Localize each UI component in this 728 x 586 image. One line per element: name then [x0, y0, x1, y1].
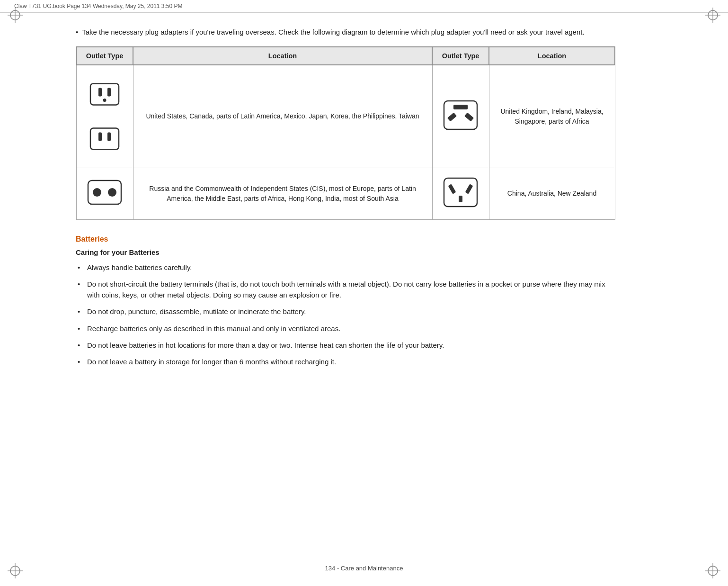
svg-rect-29	[459, 196, 462, 202]
outlet-icon-type-c	[86, 178, 124, 207]
battery-bullet-1: Always handle batteries carefully.	[76, 262, 615, 273]
header-bar: Claw T731 UG.book Page 134 Wednesday, Ma…	[0, 0, 728, 13]
table-row-1: United States, Canada, parts of Latin Am…	[76, 65, 615, 168]
page-container: Claw T731 UG.book Page 134 Wednesday, Ma…	[0, 0, 728, 586]
outlet-type-g-cell	[432, 65, 489, 168]
outlet-icon-type-a-bottom	[88, 117, 121, 160]
svg-rect-18	[107, 132, 111, 141]
svg-point-24	[93, 188, 101, 197]
svg-rect-13	[98, 88, 102, 96]
battery-bullet-4: Recharge batteries only as described in …	[76, 323, 615, 334]
batteries-heading: Batteries	[76, 235, 615, 243]
svg-rect-17	[98, 132, 102, 141]
location-4-cell: China, Australia, New Zealand	[489, 168, 615, 219]
location-3-cell: Russia and the Commonwealth of Independe…	[133, 168, 432, 219]
svg-point-25	[108, 188, 116, 197]
batteries-section: Batteries Caring for your Batteries Alwa…	[76, 235, 615, 368]
header-text: Claw T731 UG.book Page 134 Wednesday, Ma…	[14, 3, 183, 9]
svg-rect-16	[90, 128, 119, 149]
outlet-icon-type-a-top	[88, 73, 121, 116]
location-1-cell: United States, Canada, parts of Latin Am…	[133, 65, 432, 168]
crosshair-tl	[7, 7, 24, 24]
battery-bullet-6: Do not leave a battery in storage for lo…	[76, 356, 615, 367]
caring-subheading: Caring for your Batteries	[76, 248, 615, 256]
outlet-type-i-cell	[432, 168, 489, 219]
col-header-location-1: Location	[133, 47, 432, 65]
outlet-type-a-cell	[76, 65, 133, 168]
svg-point-15	[103, 99, 107, 102]
outlet-type-a-stack	[85, 73, 124, 160]
location-2-cell: United Kingdom, Ireland, Malaysia, Singa…	[489, 65, 615, 168]
svg-rect-22	[464, 112, 474, 121]
battery-bullet-5: Do not leave batteries in hot locations …	[76, 340, 615, 351]
outlet-type-c-cell	[76, 168, 133, 219]
table-row-2: Russia and the Commonwealth of Independe…	[76, 168, 615, 219]
svg-rect-14	[107, 88, 111, 96]
col-header-outlet-type-2: Outlet Type	[432, 47, 489, 65]
adapter-table: Outlet Type Location Outlet Type Locatio…	[76, 46, 615, 220]
intro-bullet: Take the necessary plug adapters if you'…	[76, 27, 615, 38]
main-content: Take the necessary plug adapters if you'…	[0, 13, 663, 401]
col-header-outlet-type-1: Outlet Type	[76, 47, 133, 65]
footer-text: 134 - Care and Maintenance	[325, 565, 403, 572]
svg-rect-28	[465, 184, 473, 194]
outlet-icon-type-i	[442, 176, 479, 209]
svg-rect-27	[448, 184, 456, 194]
outlet-icon-type-g	[442, 99, 479, 132]
battery-bullet-2: Do not short-circuit the battery termina…	[76, 279, 615, 301]
crosshair-tr	[704, 7, 721, 24]
svg-rect-20	[453, 105, 468, 109]
battery-bullet-3: Do not drop, puncture, disassemble, muti…	[76, 306, 615, 317]
col-header-location-2: Location	[489, 47, 615, 65]
batteries-bullet-list: Always handle batteries carefully. Do no…	[76, 262, 615, 368]
svg-rect-21	[447, 112, 457, 121]
page-footer: 134 - Care and Maintenance	[0, 565, 728, 572]
